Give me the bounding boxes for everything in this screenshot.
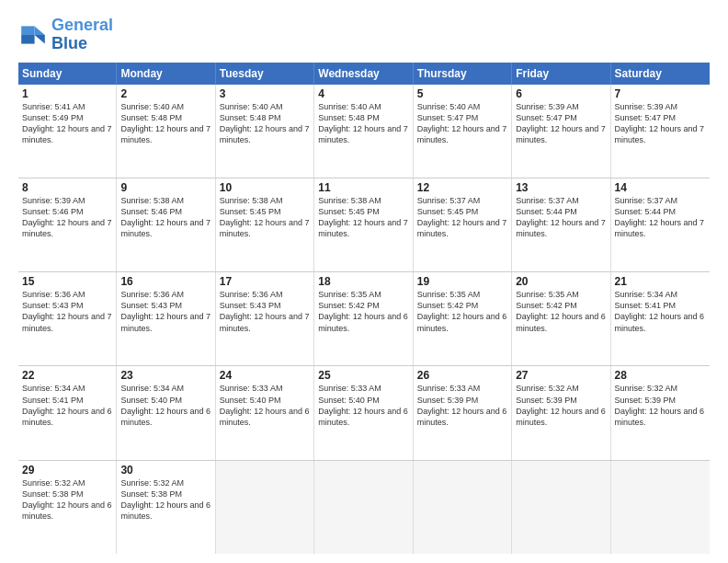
cell-info: Sunrise: 5:36 AMSunset: 5:43 PMDaylight:… (220, 290, 310, 332)
day-number: 22 (22, 369, 112, 382)
logo-icon (18, 20, 48, 50)
day-number: 25 (318, 369, 408, 382)
day-number: 23 (120, 369, 210, 382)
cell-info: Sunrise: 5:32 AMSunset: 5:38 PMDaylight:… (22, 478, 112, 521)
cell-info: Sunrise: 5:38 AMSunset: 5:45 PMDaylight:… (220, 196, 310, 238)
day-number: 1 (22, 87, 112, 100)
calendar-cell (611, 461, 710, 554)
cell-info: Sunrise: 5:36 AMSunset: 5:43 PMDaylight:… (120, 290, 210, 332)
day-number: 6 (516, 87, 606, 100)
calendar: SundayMondayTuesdayWednesdayThursdayFrid… (18, 63, 710, 554)
calendar-cell: 13 Sunrise: 5:37 AMSunset: 5:44 PMDaylig… (512, 178, 610, 271)
calendar-cell: 2 Sunrise: 5:40 AMSunset: 5:48 PMDayligh… (117, 85, 215, 178)
calendar-cell: 27 Sunrise: 5:32 AMSunset: 5:39 PMDaylig… (512, 366, 610, 459)
day-number: 29 (22, 464, 112, 477)
calendar-cell: 5 Sunrise: 5:40 AMSunset: 5:47 PMDayligh… (414, 85, 512, 178)
cell-info: Sunrise: 5:40 AMSunset: 5:48 PMDaylight:… (318, 102, 408, 144)
header-day-tuesday: Tuesday (216, 63, 314, 85)
header-day-thursday: Thursday (414, 63, 512, 85)
calendar-cell: 8 Sunrise: 5:39 AMSunset: 5:46 PMDayligh… (18, 178, 117, 271)
day-number: 21 (615, 275, 706, 288)
cell-info: Sunrise: 5:32 AMSunset: 5:39 PMDaylight:… (516, 384, 606, 426)
day-number: 19 (417, 275, 507, 288)
day-number: 5 (417, 87, 507, 100)
logo: General Blue (18, 17, 113, 53)
cell-info: Sunrise: 5:35 AMSunset: 5:42 PMDaylight:… (417, 290, 507, 332)
calendar-cell (314, 461, 413, 554)
page: General Blue SundayMondayTuesdayWednesda… (0, 0, 728, 563)
calendar-cell: 10 Sunrise: 5:38 AMSunset: 5:45 PMDaylig… (216, 178, 314, 271)
calendar-week-1: 1 Sunrise: 5:41 AMSunset: 5:49 PMDayligh… (18, 85, 710, 178)
day-number: 8 (22, 181, 112, 194)
calendar-cell: 22 Sunrise: 5:34 AMSunset: 5:41 PMDaylig… (18, 366, 117, 459)
calendar-cell: 18 Sunrise: 5:35 AMSunset: 5:42 PMDaylig… (314, 272, 413, 365)
cell-info: Sunrise: 5:33 AMSunset: 5:40 PMDaylight:… (220, 384, 310, 426)
cell-info: Sunrise: 5:35 AMSunset: 5:42 PMDaylight:… (516, 290, 606, 332)
calendar-cell: 11 Sunrise: 5:38 AMSunset: 5:45 PMDaylig… (314, 178, 413, 271)
cell-info: Sunrise: 5:40 AMSunset: 5:48 PMDaylight:… (220, 102, 310, 144)
cell-info: Sunrise: 5:32 AMSunset: 5:39 PMDaylight:… (615, 384, 705, 426)
cell-info: Sunrise: 5:38 AMSunset: 5:45 PMDaylight:… (318, 196, 408, 238)
calendar-cell: 3 Sunrise: 5:40 AMSunset: 5:48 PMDayligh… (216, 85, 314, 178)
day-number: 4 (318, 87, 408, 100)
calendar-cell: 12 Sunrise: 5:37 AMSunset: 5:45 PMDaylig… (414, 178, 512, 271)
calendar-cell: 23 Sunrise: 5:34 AMSunset: 5:40 PMDaylig… (117, 366, 215, 459)
calendar-cell: 16 Sunrise: 5:36 AMSunset: 5:43 PMDaylig… (117, 272, 215, 365)
day-number: 15 (22, 275, 112, 288)
cell-info: Sunrise: 5:41 AMSunset: 5:49 PMDaylight:… (22, 102, 112, 144)
cell-info: Sunrise: 5:37 AMSunset: 5:44 PMDaylight:… (516, 196, 606, 238)
day-number: 13 (516, 181, 606, 194)
calendar-cell: 25 Sunrise: 5:33 AMSunset: 5:40 PMDaylig… (314, 366, 413, 459)
day-number: 3 (220, 87, 310, 100)
day-number: 16 (120, 275, 210, 288)
day-number: 27 (516, 369, 606, 382)
day-number: 18 (318, 275, 408, 288)
day-number: 14 (615, 181, 706, 194)
cell-info: Sunrise: 5:33 AMSunset: 5:40 PMDaylight:… (318, 384, 408, 426)
day-number: 26 (417, 369, 507, 382)
calendar-cell: 26 Sunrise: 5:33 AMSunset: 5:39 PMDaylig… (414, 366, 512, 459)
cell-info: Sunrise: 5:37 AMSunset: 5:44 PMDaylight:… (615, 196, 705, 238)
calendar-header: SundayMondayTuesdayWednesdayThursdayFrid… (18, 63, 710, 85)
calendar-cell: 7 Sunrise: 5:39 AMSunset: 5:47 PMDayligh… (611, 85, 710, 178)
calendar-cell: 24 Sunrise: 5:33 AMSunset: 5:40 PMDaylig… (216, 366, 314, 459)
cell-info: Sunrise: 5:33 AMSunset: 5:39 PMDaylight:… (417, 384, 507, 426)
day-number: 12 (417, 181, 507, 194)
day-number: 11 (318, 181, 408, 194)
cell-info: Sunrise: 5:34 AMSunset: 5:41 PMDaylight:… (22, 384, 112, 426)
calendar-cell (216, 461, 314, 554)
calendar-cell: 21 Sunrise: 5:34 AMSunset: 5:41 PMDaylig… (611, 272, 710, 365)
day-number: 9 (120, 181, 210, 194)
svg-rect-3 (21, 35, 34, 44)
cell-info: Sunrise: 5:40 AMSunset: 5:47 PMDaylight:… (417, 102, 507, 144)
cell-info: Sunrise: 5:39 AMSunset: 5:46 PMDaylight:… (22, 196, 112, 238)
calendar-cell: 17 Sunrise: 5:36 AMSunset: 5:43 PMDaylig… (216, 272, 314, 365)
calendar-week-2: 8 Sunrise: 5:39 AMSunset: 5:46 PMDayligh… (18, 178, 710, 272)
cell-info: Sunrise: 5:37 AMSunset: 5:45 PMDaylight:… (417, 196, 507, 238)
day-number: 24 (220, 369, 310, 382)
calendar-cell: 14 Sunrise: 5:37 AMSunset: 5:44 PMDaylig… (611, 178, 710, 271)
calendar-cell: 20 Sunrise: 5:35 AMSunset: 5:42 PMDaylig… (512, 272, 610, 365)
calendar-cell: 6 Sunrise: 5:39 AMSunset: 5:47 PMDayligh… (512, 85, 610, 178)
calendar-cell: 19 Sunrise: 5:35 AMSunset: 5:42 PMDaylig… (414, 272, 512, 365)
calendar-cell: 4 Sunrise: 5:40 AMSunset: 5:48 PMDayligh… (314, 85, 413, 178)
cell-info: Sunrise: 5:34 AMSunset: 5:41 PMDaylight:… (615, 290, 705, 332)
day-number: 2 (120, 87, 210, 100)
day-number: 28 (615, 369, 706, 382)
cell-info: Sunrise: 5:35 AMSunset: 5:42 PMDaylight:… (318, 290, 408, 332)
svg-marker-0 (35, 26, 45, 35)
calendar-cell: 29 Sunrise: 5:32 AMSunset: 5:38 PMDaylig… (18, 461, 117, 554)
calendar-cell (414, 461, 512, 554)
cell-info: Sunrise: 5:40 AMSunset: 5:48 PMDaylight:… (120, 102, 210, 144)
calendar-body: 1 Sunrise: 5:41 AMSunset: 5:49 PMDayligh… (18, 85, 710, 554)
logo-text: General Blue (51, 17, 113, 53)
header-day-sunday: Sunday (18, 63, 117, 85)
calendar-week-4: 22 Sunrise: 5:34 AMSunset: 5:41 PMDaylig… (18, 366, 710, 460)
calendar-cell: 15 Sunrise: 5:36 AMSunset: 5:43 PMDaylig… (18, 272, 117, 365)
header-day-wednesday: Wednesday (314, 63, 413, 85)
calendar-cell: 30 Sunrise: 5:32 AMSunset: 5:38 PMDaylig… (117, 461, 215, 554)
cell-info: Sunrise: 5:39 AMSunset: 5:47 PMDaylight:… (516, 102, 606, 144)
calendar-cell: 28 Sunrise: 5:32 AMSunset: 5:39 PMDaylig… (611, 366, 710, 459)
cell-info: Sunrise: 5:32 AMSunset: 5:38 PMDaylight:… (120, 478, 210, 521)
svg-marker-1 (35, 35, 45, 44)
